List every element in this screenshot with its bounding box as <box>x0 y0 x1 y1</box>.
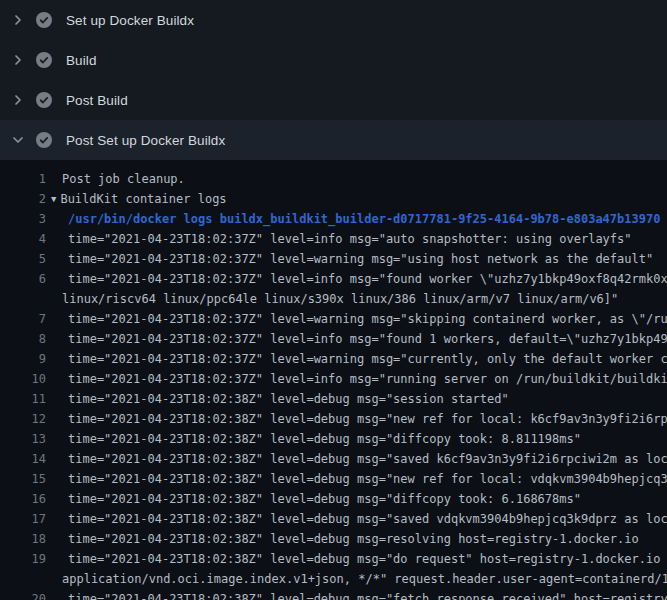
log-line-text: time="2021-04-23T18:02:38Z" level=debug … <box>46 409 667 429</box>
log-line-number[interactable]: 16 <box>0 489 46 509</box>
log-line-number[interactable]: 6 <box>0 269 46 289</box>
step-label: Build <box>66 53 97 68</box>
log-line-text: time="2021-04-23T18:02:37Z" level=info m… <box>46 329 667 349</box>
log-line-text: time="2021-04-23T18:02:37Z" level=warnin… <box>46 249 653 269</box>
step-label: Post Build <box>66 93 128 108</box>
log-line-text: time="2021-04-23T18:02:38Z" level=debug … <box>46 389 509 409</box>
chevron-right-icon <box>10 52 26 68</box>
log-line-number[interactable]: 3 <box>0 209 46 229</box>
log-line-text: time="2021-04-23T18:02:38Z" level=debug … <box>46 449 667 469</box>
log-line: 13 ▼ time="2021-04-23T18:02:38Z" level=d… <box>0 429 667 449</box>
step-row-build[interactable]: Build <box>0 40 667 80</box>
log-line: 3 ▼ /usr/bin/docker logs buildx_buildkit… <box>0 209 667 229</box>
log-line: ▼ application/vnd.oci.image.index.v1+jso… <box>0 569 667 589</box>
log-line-number[interactable]: 9 <box>0 349 46 369</box>
chevron-down-icon <box>10 132 26 148</box>
step-row-set-up-docker-buildx[interactable]: Set up Docker Buildx <box>0 0 667 40</box>
chevron-right-icon <box>10 12 26 28</box>
log-line-text: /usr/bin/docker logs buildx_buildkit_bui… <box>46 209 660 229</box>
log-line-number[interactable]: 4 <box>0 229 46 249</box>
log-line: 7 ▼ time="2021-04-23T18:02:37Z" level=wa… <box>0 309 667 329</box>
log-line: 2 ▼ BuildKit container logs <box>0 189 667 209</box>
log-line: 17 ▼ time="2021-04-23T18:02:38Z" level=d… <box>0 509 667 529</box>
log-line: 12 ▼ time="2021-04-23T18:02:38Z" level=d… <box>0 409 667 429</box>
log-line-number[interactable] <box>0 289 46 309</box>
log-line: 9 ▼ time="2021-04-23T18:02:37Z" level=wa… <box>0 349 667 369</box>
log-line-number[interactable]: 7 <box>0 309 46 329</box>
log-line: 1 ▼ Post job cleanup. <box>0 169 667 189</box>
step-row-post-build[interactable]: Post Build <box>0 80 667 120</box>
log-line: 4 ▼ time="2021-04-23T18:02:37Z" level=in… <box>0 229 667 249</box>
log-line-text: time="2021-04-23T18:02:38Z" level=debug … <box>46 549 667 569</box>
log-line-text: time="2021-04-23T18:02:37Z" level=warnin… <box>46 349 667 369</box>
log-line-number[interactable]: 12 <box>0 409 46 429</box>
log-line: ▼ linux/riscv64 linux/ppc64le linux/s390… <box>0 289 667 309</box>
step-label: Set up Docker Buildx <box>66 13 194 28</box>
log-line-text: time="2021-04-23T18:02:38Z" level=debug … <box>46 429 581 449</box>
log-line-text: time="2021-04-23T18:02:38Z" level=debug … <box>46 469 667 489</box>
log-line-number[interactable]: 19 <box>0 549 46 569</box>
log-line-text: time="2021-04-23T18:02:38Z" level=debug … <box>46 489 581 509</box>
log-line-number[interactable] <box>0 569 46 589</box>
check-circle-icon <box>36 132 52 148</box>
log-line-text: time="2021-04-23T18:02:37Z" level=info m… <box>46 369 667 389</box>
log-line-number[interactable]: 13 <box>0 429 46 449</box>
log-line-text: time="2021-04-23T18:02:38Z" level=debug … <box>46 509 667 529</box>
log-line-number[interactable]: 15 <box>0 469 46 489</box>
check-circle-icon <box>36 92 52 108</box>
log-line-number[interactable]: 18 <box>0 529 46 549</box>
chevron-right-icon <box>10 92 26 108</box>
log-line: 18 ▼ time="2021-04-23T18:02:38Z" level=d… <box>0 529 667 549</box>
log-line-text: Post job cleanup. <box>46 169 185 189</box>
log-line-number[interactable]: 20 <box>0 589 46 600</box>
log-line-number[interactable]: 2 <box>0 189 46 209</box>
log-line-number[interactable]: 8 <box>0 329 46 349</box>
log-line: 14 ▼ time="2021-04-23T18:02:38Z" level=d… <box>0 449 667 469</box>
log-line: 8 ▼ time="2021-04-23T18:02:37Z" level=in… <box>0 329 667 349</box>
step-row-post-set-up-docker-buildx[interactable]: Post Set up Docker Buildx <box>0 120 667 160</box>
log-line-number[interactable]: 1 <box>0 169 46 189</box>
log-viewer: 1 ▼ Post job cleanup. 2 ▼ BuildKit conta… <box>0 160 667 600</box>
log-line: 10 ▼ time="2021-04-23T18:02:37Z" level=i… <box>0 369 667 389</box>
log-line-text: BuildKit container logs <box>56 189 226 209</box>
log-line: 16 ▼ time="2021-04-23T18:02:38Z" level=d… <box>0 489 667 509</box>
log-line-number[interactable]: 11 <box>0 389 46 409</box>
log-line-text: time="2021-04-23T18:02:37Z" level=info m… <box>46 229 632 249</box>
steps-list: Set up Docker Buildx Build Post Build Po… <box>0 0 667 160</box>
log-line-text: application/vnd.oci.image.index.v1+json,… <box>46 569 667 589</box>
log-line-number[interactable]: 14 <box>0 449 46 469</box>
log-line-text: time="2021-04-23T18:02:37Z" level=info m… <box>46 269 667 289</box>
log-line: 5 ▼ time="2021-04-23T18:02:37Z" level=wa… <box>0 249 667 269</box>
log-line-text: time="2021-04-23T18:02:38Z" level=debug … <box>46 589 667 600</box>
log-line: 15 ▼ time="2021-04-23T18:02:38Z" level=d… <box>0 469 667 489</box>
log-line-number[interactable]: 17 <box>0 509 46 529</box>
log-line-text: time="2021-04-23T18:02:38Z" level=debug … <box>46 529 639 549</box>
log-line-text: time="2021-04-23T18:02:37Z" level=warnin… <box>46 309 667 329</box>
log-line-number[interactable]: 10 <box>0 369 46 389</box>
log-line: 6 ▼ time="2021-04-23T18:02:37Z" level=in… <box>0 269 667 289</box>
log-line: 20 ▼ time="2021-04-23T18:02:38Z" level=d… <box>0 589 667 600</box>
step-label: Post Set up Docker Buildx <box>66 133 225 148</box>
group-expander-icon[interactable]: ▼ <box>46 189 56 209</box>
check-circle-icon <box>36 12 52 28</box>
log-line-number[interactable]: 5 <box>0 249 46 269</box>
check-circle-icon <box>36 52 52 68</box>
log-line-text: linux/riscv64 linux/ppc64le linux/s390x … <box>46 289 618 309</box>
log-line: 11 ▼ time="2021-04-23T18:02:38Z" level=d… <box>0 389 667 409</box>
log-line: 19 ▼ time="2021-04-23T18:02:38Z" level=d… <box>0 549 667 569</box>
